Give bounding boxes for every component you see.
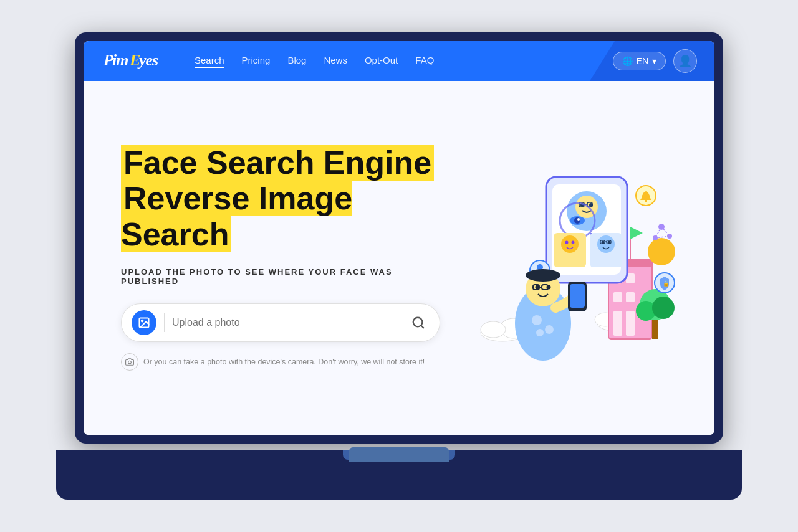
nav-link-news[interactable]: News: [324, 55, 347, 68]
globe-icon: 🌐: [622, 56, 633, 66]
nav-right-controls: 🌐 EN ▾ 👤: [613, 49, 697, 73]
svg-rect-20: [613, 311, 622, 336]
camera-hint-text: Or you can take a photo with the device'…: [143, 358, 425, 366]
language-selector[interactable]: 🌐 EN ▾: [613, 52, 666, 70]
search-bar[interactable]: [121, 303, 440, 342]
search-input[interactable]: [172, 317, 400, 328]
svg-text:🔒: 🔒: [663, 280, 670, 287]
hero-title: Face Search Engine Reverse Image Search: [121, 145, 440, 252]
svg-point-5: [142, 320, 143, 322]
chevron-down-icon: ▾: [652, 56, 656, 66]
svg-point-47: [572, 241, 575, 244]
lang-label: EN: [637, 56, 648, 66]
search-submit-button[interactable]: [407, 311, 430, 334]
svg-point-69: [545, 325, 554, 334]
search-divider: [164, 313, 165, 332]
svg-rect-79: [570, 284, 585, 308]
svg-rect-18: [613, 292, 622, 302]
user-icon: 👤: [678, 54, 692, 68]
hero-title-line1: Face Search Engine: [121, 145, 434, 181]
nav-link-pricing[interactable]: Pricing: [242, 55, 271, 68]
main-content: Face Search Engine Reverse Image Search …: [84, 81, 714, 435]
camera-icon: [121, 353, 138, 371]
svg-point-28: [652, 297, 675, 319]
svg-text:yes: yes: [137, 51, 158, 69]
laptop-screen-outer: P im E yes Search Pricing Blog News Opt-…: [75, 32, 723, 444]
svg-text:im: im: [112, 51, 128, 69]
user-account-button[interactable]: 👤: [673, 49, 697, 73]
svg-point-72: [526, 269, 560, 282]
svg-line-7: [421, 325, 423, 328]
camera-hint: Or you can take a photo with the device'…: [121, 353, 440, 371]
svg-rect-19: [626, 292, 635, 302]
nav-link-faq[interactable]: FAQ: [415, 55, 434, 68]
svg-point-42: [574, 217, 580, 224]
nav-link-search[interactable]: Search: [195, 55, 224, 68]
hero-title-line2: Reverse Image Search: [121, 180, 352, 252]
hero-left: Face Search Engine Reverse Image Search …: [121, 145, 440, 371]
laptop-mockup: P im E yes Search Pricing Blog News Opt-…: [56, 32, 742, 500]
svg-point-68: [532, 315, 542, 325]
hero-illustration: 🔒: [440, 140, 677, 376]
svg-line-62: [661, 227, 670, 236]
nav-links: Search Pricing Blog News Opt-Out FAQ: [195, 55, 613, 68]
svg-point-70: [536, 329, 544, 336]
nav-link-optout[interactable]: Opt-Out: [365, 55, 398, 68]
svg-rect-21: [626, 311, 635, 336]
navbar: P im E yes Search Pricing Blog News Opt-…: [84, 41, 714, 81]
svg-point-8: [128, 361, 132, 364]
site-logo[interactable]: P im E yes: [101, 48, 170, 75]
svg-point-46: [565, 241, 569, 244]
hero-subtitle: UPLOAD THE PHOTO TO SEE WHERE YOUR FACE …: [121, 267, 440, 286]
svg-point-49: [597, 235, 615, 253]
svg-point-43: [577, 218, 580, 221]
svg-point-45: [561, 235, 579, 253]
svg-point-29: [648, 238, 675, 265]
laptop-screen-inner: P im E yes Search Pricing Blog News Opt-…: [84, 41, 714, 435]
upload-photo-button[interactable]: [132, 310, 156, 335]
svg-marker-24: [630, 227, 643, 239]
nav-link-blog[interactable]: Blog: [287, 55, 306, 68]
svg-point-11: [481, 321, 506, 338]
